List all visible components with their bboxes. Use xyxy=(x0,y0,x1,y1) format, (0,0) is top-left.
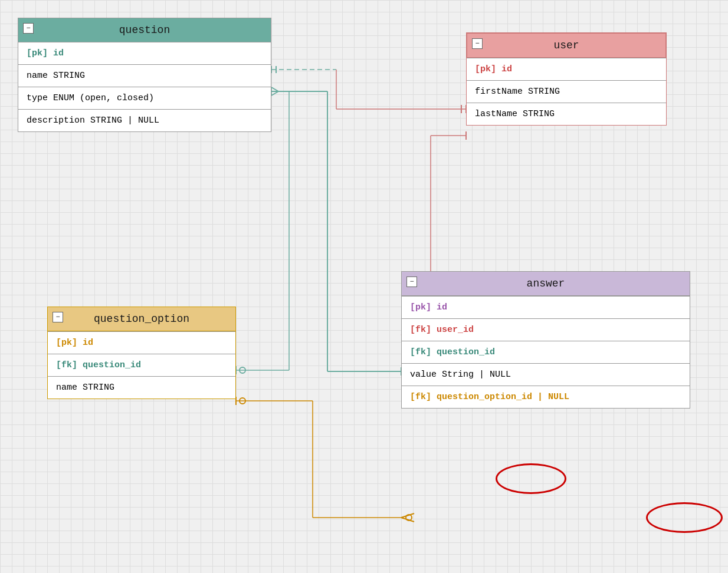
question-title: question xyxy=(119,24,170,36)
question-row-name: name STRING xyxy=(18,64,271,87)
user-row-firstname: firstName STRING xyxy=(467,80,666,103)
answer-title: answer xyxy=(527,278,565,289)
answer-row-value: value String | NULL xyxy=(402,363,690,386)
answer-header: − answer xyxy=(402,272,690,296)
option-row-id: [pk] id xyxy=(48,331,235,354)
question-row-type: type ENUM (open, closed) xyxy=(18,87,271,109)
table-question-option: − question_option [pk] id [fk] question_… xyxy=(47,307,236,399)
answer-row-user-id: [fk] user_id xyxy=(402,318,690,341)
question-row-description: description STRING | NULL xyxy=(18,109,271,131)
user-collapse-btn[interactable]: − xyxy=(472,38,483,49)
user-title: user xyxy=(553,39,579,51)
user-header: − user xyxy=(467,33,666,58)
option-title: question_option xyxy=(94,313,189,325)
table-answer: − answer [pk] id [fk] user_id [fk] quest… xyxy=(401,271,690,409)
question-header: − question xyxy=(18,18,271,42)
answer-row-question-id: [fk] question_id xyxy=(402,341,690,363)
question-collapse-btn[interactable]: − xyxy=(23,23,34,34)
table-user: − user [pk] id firstName STRING lastName… xyxy=(466,32,667,126)
option-header: − question_option xyxy=(48,307,235,331)
user-row-id: [pk] id xyxy=(467,58,666,80)
question-row-id: [pk] id xyxy=(18,42,271,64)
option-row-question-id: [fk] question_id xyxy=(48,354,235,376)
option-collapse-btn[interactable]: − xyxy=(53,312,63,322)
answer-row-id: [pk] id xyxy=(402,296,690,318)
table-question: − question [pk] id name STRING type ENUM… xyxy=(18,18,271,132)
option-row-name: name STRING xyxy=(48,376,235,399)
answer-collapse-btn[interactable]: − xyxy=(406,276,417,287)
user-row-lastname: lastName STRING xyxy=(467,103,666,125)
answer-row-option-id: [fk] question_option_id | NULL xyxy=(402,386,690,408)
